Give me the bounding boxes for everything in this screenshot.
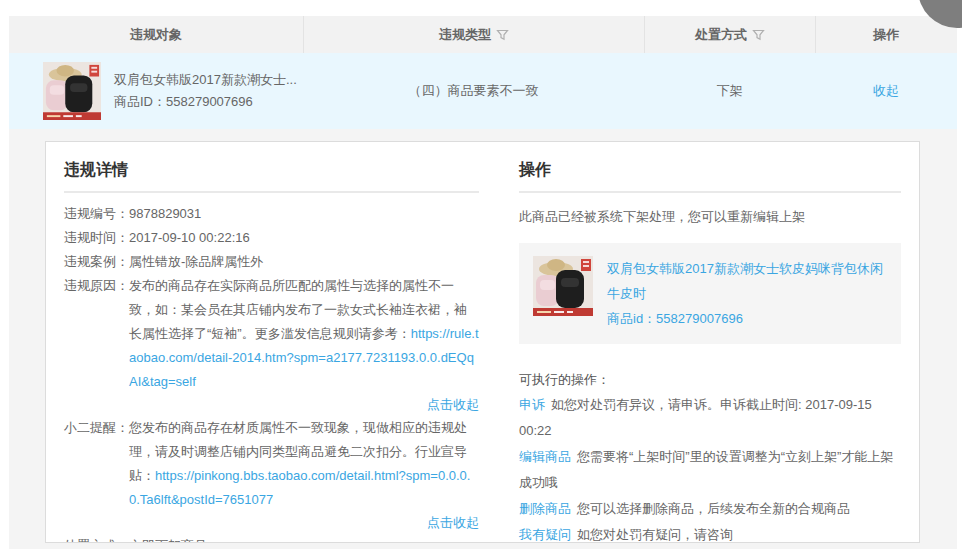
expanded-detail-area: 违规详情 违规编号： 9878829031 违规时间： 2017-09-10 0…: [9, 129, 957, 549]
question-link[interactable]: 我有疑问: [519, 527, 571, 542]
delete-product-link[interactable]: 删除商品: [519, 501, 571, 516]
violation-object-cell: 双肩包女韩版2017新款潮女士... 商品ID：558279007696: [9, 62, 303, 120]
column-header-label: 操作: [873, 26, 899, 44]
filter-funnel-icon[interactable]: [752, 29, 765, 41]
product-image[interactable]: [533, 256, 593, 316]
field-violation-number: 违规编号： 9878829031: [64, 202, 479, 226]
column-header-label: 违规对象: [130, 26, 182, 44]
action-question: 我有疑问如您对处罚有疑问，请咨询: [519, 522, 901, 543]
action-desc: 您需要将“上架时间”里的设置调整为“立刻上架”才能上架成功哦: [519, 449, 893, 490]
row-product-info: 双肩包女韩版2017新款潮女士... 商品ID：558279007696: [114, 69, 297, 113]
operation-cell: 收起: [815, 82, 957, 100]
violation-type-value: （四）商品要素不一致: [409, 82, 539, 100]
collapse-line: 点击收起: [129, 394, 479, 416]
operation-column: 操作 此商品已经被系统下架处理，您可以重新编辑上架: [519, 152, 901, 530]
field-disposal-method: 处置方式： 立即下架商品: [64, 534, 479, 543]
appeal-link[interactable]: 申诉: [519, 397, 545, 412]
field-value: 2017-09-10 00:22:16: [129, 226, 479, 250]
table-header-row: 违规对象 违规类型 处置方式 操作: [9, 16, 957, 53]
column-header-disposal[interactable]: 处置方式: [644, 16, 815, 53]
edit-product-link[interactable]: 编辑商品: [519, 449, 571, 464]
available-actions-title: 可执行的操作：: [519, 368, 901, 392]
product-id-text: 商品id：558279007696: [607, 306, 887, 331]
product-title-link[interactable]: 双肩包女韩版2017新款潮女士软皮妈咪背包休闲牛皮时: [607, 256, 887, 306]
action-desc: 您可以选择删除商品，后续发布全新的合规商品: [577, 501, 850, 516]
detail-fields: 违规编号： 9878829031 违规时间： 2017-09-10 00:22:…: [64, 202, 479, 543]
operation-section-title: 操作: [519, 160, 901, 193]
field-label: 违规案例：: [64, 250, 129, 274]
filter-funnel-icon[interactable]: [496, 29, 509, 41]
field-violation-time: 违规时间： 2017-09-10 00:22:16: [64, 226, 479, 250]
column-header-violation-type[interactable]: 违规类型: [303, 16, 644, 53]
field-value: 发布的商品存在实际商品所匹配的属性与选择的属性不一致，如：某会员在其店铺内发布了…: [129, 274, 479, 416]
field-label: 处置方式：: [64, 534, 129, 543]
field-label: 违规原因：: [64, 274, 129, 416]
action-desc: 如您对处罚有异议，请申诉。申诉截止时间: 2017-09-15 00:22: [519, 397, 872, 438]
field-label: 违规时间：: [64, 226, 129, 250]
violation-table-row: 双肩包女韩版2017新款潮女士... 商品ID：558279007696 （四）…: [9, 53, 957, 129]
violation-detail-column: 违规详情 违规编号： 9878829031 违规时间： 2017-09-10 0…: [64, 152, 479, 530]
forum-url-link[interactable]: https://pinkong.bbs.taobao.com/detail.ht…: [129, 468, 470, 507]
field-value: 立即下架商品: [129, 534, 479, 543]
field-value: 属性错放-除品牌属性外: [129, 250, 479, 274]
product-card: 双肩包女韩版2017新款潮女士软皮妈咪背包休闲牛皮时 商品id：55827900…: [519, 243, 901, 344]
disposal-cell: 下架: [644, 82, 815, 100]
column-header-label: 处置方式: [695, 26, 747, 44]
collapse-reminder-link[interactable]: 点击收起: [427, 515, 479, 530]
collapse-line: 点击收起: [129, 512, 479, 534]
field-violation-case: 违规案例： 属性错放-除品牌属性外: [64, 250, 479, 274]
row-product-id: 商品ID：558279007696: [114, 91, 297, 113]
product-image[interactable]: [43, 62, 101, 120]
product-card-info: 双肩包女韩版2017新款潮女士软皮妈咪背包休闲牛皮时 商品id：55827900…: [607, 256, 887, 331]
disposal-value: 下架: [716, 82, 742, 100]
field-value: 9878829031: [129, 202, 479, 226]
collapse-reason-link[interactable]: 点击收起: [427, 397, 479, 412]
row-product-title[interactable]: 双肩包女韩版2017新款潮女士...: [114, 69, 297, 91]
detail-section-title: 违规详情: [64, 160, 479, 193]
field-staff-reminder: 小二提醒： 您发布的商品存在材质属性不一致现象，现做相应的违规处理，请及时调整店…: [64, 416, 479, 534]
action-desc: 如您对处罚有疑问，请咨询: [577, 527, 733, 542]
column-header-violation-object: 违规对象: [9, 16, 303, 53]
field-violation-reason: 违规原因： 发布的商品存在实际商品所匹配的属性与选择的属性不一致，如：某会员在其…: [64, 274, 479, 416]
violation-panel: 违规对象 违规类型 处置方式 操作: [9, 16, 957, 549]
action-appeal: 申诉如您对处罚有异议，请申诉。申诉截止时间: 2017-09-15 00:22: [519, 392, 901, 444]
field-value: 您发布的商品存在材质属性不一致现象，现做相应的违规处理，请及时调整店铺内同类型商…: [129, 416, 479, 534]
system-delisted-notice: 此商品已经被系统下架处理，您可以重新编辑上架: [519, 205, 901, 229]
action-delete-product: 删除商品您可以选择删除商品，后续发布全新的合规商品: [519, 496, 901, 522]
collapse-row-link[interactable]: 收起: [873, 82, 899, 100]
column-header-label: 违规类型: [439, 26, 491, 44]
field-label: 小二提醒：: [64, 416, 129, 534]
action-edit-product: 编辑商品您需要将“上架时间”里的设置调整为“立刻上架”才能上架成功哦: [519, 444, 901, 496]
violation-type-cell: （四）商品要素不一致: [303, 82, 644, 100]
detail-card: 违规详情 违规编号： 9878829031 违规时间： 2017-09-10 0…: [45, 141, 920, 543]
field-label: 违规编号：: [64, 202, 129, 226]
